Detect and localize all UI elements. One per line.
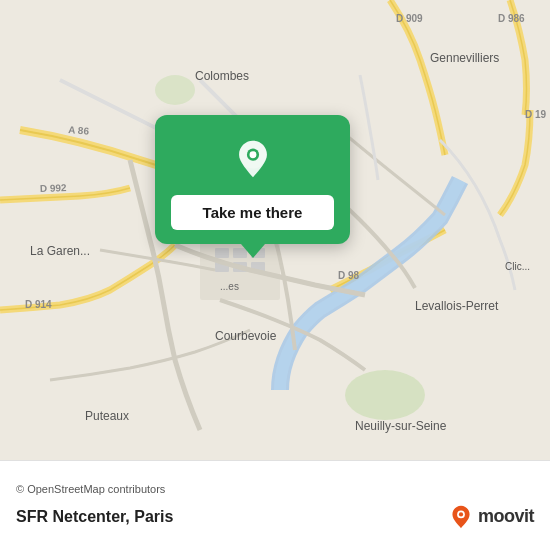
svg-text:D 914: D 914 bbox=[25, 299, 52, 310]
bottom-bar: © OpenStreetMap contributors SFR Netcent… bbox=[0, 460, 550, 550]
take-me-there-button[interactable]: Take me there bbox=[171, 195, 334, 230]
svg-rect-2 bbox=[215, 248, 229, 258]
svg-text:Puteaux: Puteaux bbox=[85, 409, 129, 423]
location-icon-container bbox=[227, 133, 279, 185]
popup-card: Take me there bbox=[155, 115, 350, 244]
svg-text:D 98: D 98 bbox=[338, 270, 360, 281]
location-pin-icon bbox=[233, 139, 273, 179]
svg-text:Gennevilliers: Gennevilliers bbox=[430, 51, 499, 65]
svg-point-30 bbox=[459, 512, 463, 516]
osm-attribution: © OpenStreetMap contributors bbox=[16, 483, 534, 495]
svg-text:D 986: D 986 bbox=[498, 13, 525, 24]
location-info: SFR Netcenter, Paris moovit bbox=[16, 505, 534, 529]
svg-point-25 bbox=[155, 75, 195, 105]
location-name: SFR Netcenter, Paris bbox=[16, 508, 173, 526]
svg-text:...es: ...es bbox=[220, 281, 239, 292]
map-container: D 992 A 86 D 909 D 986 D 19 D 98 D 914 C… bbox=[0, 0, 550, 460]
svg-text:Levallois-Perret: Levallois-Perret bbox=[415, 299, 499, 313]
svg-text:D 992: D 992 bbox=[40, 182, 67, 194]
svg-text:Courbevoie: Courbevoie bbox=[215, 329, 277, 343]
svg-text:A 86: A 86 bbox=[68, 124, 90, 137]
svg-point-28 bbox=[249, 151, 256, 158]
moovit-brand-text: moovit bbox=[478, 506, 534, 527]
moovit-logo: moovit bbox=[449, 505, 534, 529]
svg-text:Clic...: Clic... bbox=[505, 261, 530, 272]
moovit-pin-icon bbox=[449, 505, 473, 529]
svg-text:D 19: D 19 bbox=[525, 109, 547, 120]
svg-text:D 909: D 909 bbox=[396, 13, 423, 24]
svg-text:Colombes: Colombes bbox=[195, 69, 249, 83]
svg-text:La Garen...: La Garen... bbox=[30, 244, 90, 258]
svg-text:Neuilly-sur-Seine: Neuilly-sur-Seine bbox=[355, 419, 447, 433]
svg-point-24 bbox=[345, 370, 425, 420]
